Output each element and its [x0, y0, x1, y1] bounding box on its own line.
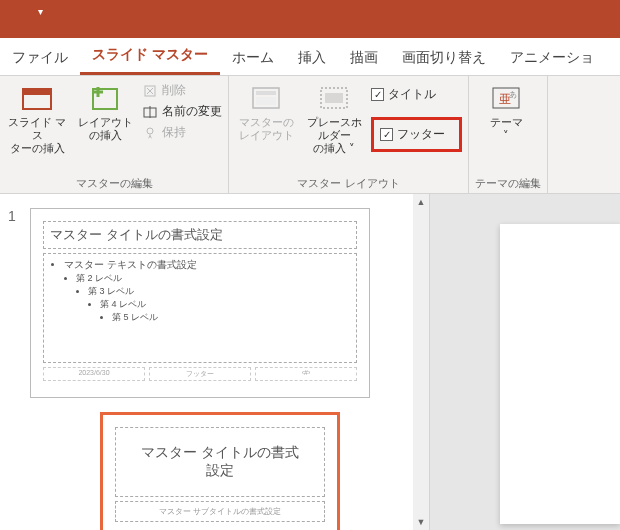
body-level-2: 第 2 レベル	[76, 272, 350, 285]
tab-slide-master[interactable]: スライド マスター	[80, 38, 220, 75]
placeholder-icon	[318, 82, 350, 114]
tab-draw[interactable]: 描画	[338, 41, 390, 75]
footer-checkbox-label: フッター	[397, 126, 445, 143]
svg-rect-1	[23, 89, 51, 95]
thumbnail-pane[interactable]: 1 マスター タイトルの書式設定 マスター テキストの書式設定 第 2 レベル …	[0, 194, 430, 530]
title-checkbox[interactable]: ✓ タイトル	[371, 86, 462, 103]
delete-icon	[142, 83, 158, 99]
partial-button[interactable]	[554, 80, 574, 114]
theme-button[interactable]: 亜あ テーマ˅	[475, 80, 537, 142]
body-level-3: 第 3 レベル	[88, 285, 350, 298]
workspace: 1 マスター タイトルの書式設定 マスター テキストの書式設定 第 2 レベル …	[0, 194, 620, 530]
delete-button: 削除	[142, 82, 222, 99]
title-checkbox-label: タイトル	[388, 86, 436, 103]
insert-slide-master-label: スライド マス ターの挿入	[6, 116, 68, 156]
theme-icon: 亜あ	[490, 82, 522, 114]
rename-label: 名前の変更	[162, 103, 222, 120]
svg-rect-13	[256, 97, 276, 105]
layout-thumbnail-selected[interactable]: マスター タイトルの書式 設定 マスター サブタイトルの書式設定	[100, 412, 340, 530]
svg-rect-15	[325, 93, 343, 103]
partial-icon	[548, 82, 580, 114]
footer-checkbox[interactable]: ✓ フッター	[380, 126, 445, 143]
checkbox-checked-icon: ✓	[371, 88, 384, 101]
insert-placeholder-button[interactable]: プレースホルダー の挿入 ˅	[303, 80, 365, 156]
ribbon-group-partial	[548, 76, 580, 193]
insert-layout-label: レイアウト の挿入	[78, 116, 133, 142]
svg-text:あ: あ	[509, 90, 517, 99]
foot-num: ‹#›	[255, 367, 357, 381]
body-level-1: マスター テキストの書式設定	[64, 258, 350, 272]
theme-label: テーマ˅	[490, 116, 523, 142]
delete-label: 削除	[162, 82, 186, 99]
ribbon-group-theme-edit: 亜あ テーマ˅ テーマの編集	[469, 76, 548, 193]
foot-date: 2023/6/30	[43, 367, 145, 381]
master-edit-group-label: マスターの編集	[6, 174, 222, 191]
qat-customize-chevron-icon[interactable]: ▾	[38, 6, 43, 17]
scroll-up-icon[interactable]: ▲	[413, 194, 429, 210]
svg-point-10	[147, 128, 153, 134]
preserve-label: 保持	[162, 124, 186, 141]
slide-master-thumbnail[interactable]: マスター タイトルの書式設定 マスター テキストの書式設定 第 2 レベル 第 …	[30, 208, 370, 398]
svg-rect-12	[256, 91, 276, 95]
tab-transitions[interactable]: 画面切り替え	[390, 41, 498, 75]
rename-button[interactable]: 名前の変更	[142, 103, 222, 120]
slide-master-icon	[21, 82, 53, 114]
master-footer-placeholders: 2023/6/30 フッター ‹#›	[43, 367, 357, 381]
ribbon-group-master-layout: マスターの レイアウト プレースホルダー の挿入 ˅ ✓ タイトル ✓ フッター	[229, 76, 469, 193]
tab-home[interactable]: ホーム	[220, 41, 286, 75]
checkbox-checked-icon: ✓	[380, 128, 393, 141]
ribbon-tabs: ファイル スライド マスター ホーム 挿入 描画 画面切り替え アニメーショ	[0, 38, 620, 76]
foot-footer: フッター	[149, 367, 251, 381]
layout-title-placeholder: マスター タイトルの書式 設定	[115, 427, 325, 497]
body-level-5: 第 5 レベル	[112, 311, 350, 324]
ribbon-group-master-edit: スライド マス ターの挿入 レイアウト の挿入 削除 名前の変更	[0, 76, 229, 193]
master-layout-label: マスターの レイアウト	[239, 116, 294, 142]
dropdown-chevron-icon: ˅	[349, 142, 355, 154]
preserve-button: 保持	[142, 124, 222, 141]
insert-placeholder-label: プレースホルダー の挿入 ˅	[303, 116, 365, 156]
tab-file[interactable]: ファイル	[0, 41, 80, 75]
tab-animations[interactable]: アニメーショ	[498, 41, 606, 75]
master-body-placeholder: マスター テキストの書式設定 第 2 レベル 第 3 レベル 第 4 レベル 第…	[43, 253, 357, 363]
layout-subtitle-placeholder: マスター サブタイトルの書式設定	[115, 501, 325, 522]
body-level-4: 第 4 レベル	[100, 298, 350, 311]
tab-insert[interactable]: 挿入	[286, 41, 338, 75]
layout-icon	[89, 82, 121, 114]
dropdown-chevron-icon: ˅	[503, 129, 509, 141]
master-layout-group-label: マスター レイアウト	[235, 174, 462, 191]
ribbon: スライド マス ターの挿入 レイアウト の挿入 削除 名前の変更	[0, 76, 620, 194]
insert-layout-button[interactable]: レイアウト の挿入	[74, 80, 136, 142]
master-layout-button: マスターの レイアウト	[235, 80, 297, 142]
thumbnail-scrollbar[interactable]: ▲ ▼	[413, 194, 429, 530]
title-bar: ▾	[0, 0, 620, 38]
preserve-icon	[142, 125, 158, 141]
rename-icon	[142, 104, 158, 120]
scroll-down-icon[interactable]: ▼	[413, 514, 429, 530]
insert-slide-master-button[interactable]: スライド マス ターの挿入	[6, 80, 68, 156]
slide-edit-area	[430, 194, 620, 530]
thumb-number: 1	[8, 208, 22, 398]
master-layout-icon	[250, 82, 282, 114]
footer-highlight: ✓ フッター	[371, 117, 462, 152]
master-title-placeholder: マスター タイトルの書式設定	[43, 221, 357, 249]
slide-canvas[interactable]	[500, 224, 620, 524]
theme-edit-group-label: テーマの編集	[475, 174, 541, 191]
